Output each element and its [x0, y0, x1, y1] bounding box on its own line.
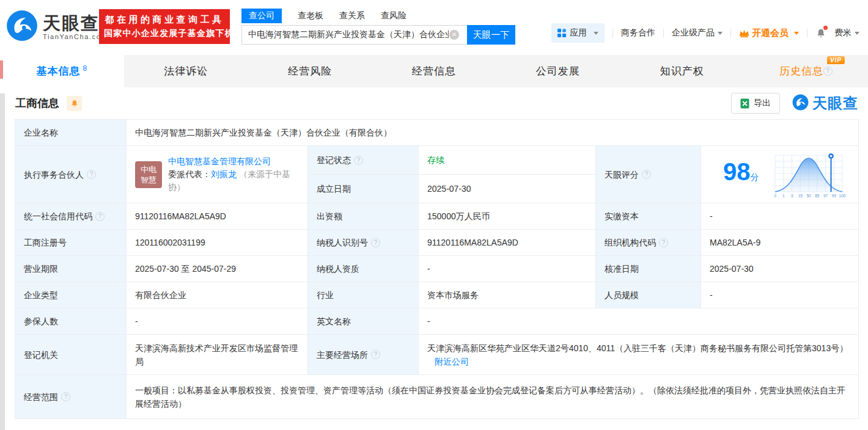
taxpayer-quality-label: 纳税人资质 [308, 256, 419, 282]
search-button[interactable]: 天眼一下 [467, 25, 515, 45]
tab-operation-info[interactable]: 经营信息 [372, 55, 496, 87]
value-text: 天津滨海高新区华苑产业区华天道2号4010、4011（入驻三千客（天津）商务秘书… [427, 343, 848, 353]
value-text: 91120116MA82LA5A9D [427, 236, 518, 249]
search-tab-company[interactable]: 查公司 [241, 9, 282, 23]
approval-date-label: 核准日期 [596, 256, 701, 282]
tab-operation-risk[interactable]: 经营风险 [248, 55, 372, 87]
business-term-label: 营业期限 [15, 256, 127, 282]
score-distribution-chart: 0 1 3 15 50 85 97 99 100 [773, 150, 847, 199]
company-name-value: 中电海河智慧二期新兴产业投资基金（天津）合伙企业（有限合伙） [127, 120, 858, 145]
apps-grid-icon [557, 29, 566, 37]
paid-capital-value: - [701, 203, 858, 229]
representative-label: 委派代表： [168, 169, 211, 179]
chevron-down-icon [855, 32, 859, 35]
help-icon[interactable] [95, 212, 105, 221]
search-tab-relation[interactable]: 查关系 [339, 9, 365, 23]
tab-history-info[interactable]: VIP 历史信息 [744, 55, 868, 87]
value-text: 天津滨海高新技术产业开发区市场监督管理局 [135, 341, 299, 368]
label-text: 企业类型 [24, 288, 58, 302]
nearby-companies-link[interactable]: 附近公司 [435, 357, 469, 366]
tab-intellectual-property[interactable]: 知识产权 [620, 55, 744, 87]
search-tab-risk[interactable]: 查风险 [381, 9, 406, 23]
partner-label: 执行事务合伙人 [15, 146, 127, 203]
section-header: 工商信息 导出 天眼查 [0, 87, 868, 119]
left-scrollbar-thumb[interactable] [0, 60, 3, 79]
label-text: 执行事务合伙人 [24, 168, 84, 181]
search-input[interactable] [241, 25, 467, 45]
tianyancha-logo-icon [792, 94, 809, 113]
est-date-label: 成立日期 [308, 175, 419, 203]
row-company-name: 企业名称 中电海河智慧二期新兴产业投资基金（天津）合伙企业（有限合伙） [15, 120, 858, 146]
chevron-down-icon [718, 32, 723, 35]
tianyancha-logo[interactable]: 天眼查 TianYanCha.com [6, 10, 108, 44]
industry-label: 行业 [308, 282, 419, 308]
score-unit: 分 [751, 172, 759, 182]
monitor-bell-button[interactable] [67, 96, 82, 111]
status-badge: 存续 [427, 153, 444, 167]
help-icon[interactable] [87, 170, 96, 179]
credit-code-value: 91120116MA82LA5A9D [127, 203, 308, 229]
business-address-label: 主要经营场所 [308, 335, 419, 374]
score-axis-tick: 99 [832, 194, 837, 198]
open-vip-button[interactable]: 开通会员 [739, 27, 799, 39]
capital-label: 出资额 [308, 203, 419, 229]
tab-label: 历史信息 [779, 64, 823, 78]
tab-label: 经营信息 [412, 64, 456, 78]
crown-icon [739, 29, 749, 38]
help-icon[interactable] [371, 350, 380, 359]
score-axis-tick: 0 [774, 194, 776, 198]
help-icon[interactable] [354, 156, 363, 165]
tab-basic-info[interactable]: 基本信息 8 [0, 55, 124, 87]
promo-line1: 都在用的商业查询工具 [104, 14, 225, 26]
row-company-type: 企业类型 有限合伙企业 行业 资本市场服务 人员规模 - [15, 282, 858, 308]
label-text: 出资额 [317, 210, 342, 223]
search-row: 天眼一下 [241, 25, 515, 45]
reg-status-value: 存续 [419, 146, 596, 175]
nav-enterprise[interactable]: 企业级产品 [672, 27, 723, 38]
paid-capital-label: 实缴资本 [596, 203, 701, 229]
apps-menu[interactable]: 应用 [551, 23, 605, 43]
partner-avatar[interactable]: 中电 智慧 [135, 161, 162, 188]
value-text: - [710, 288, 713, 302]
clear-search-icon[interactable] [449, 30, 459, 40]
company-type-label: 企业类型 [15, 282, 127, 308]
est-date-value: 2025-07-30 [419, 175, 596, 203]
row-reg-authority: 登记机关 天津滨海高新技术产业开发区市场监督管理局 主要经营场所 天津滨海高新区… [15, 335, 858, 375]
score-axis-tick: 15 [798, 194, 803, 198]
label-text: 经营范围 [24, 390, 58, 404]
partner-company-link[interactable]: 中电智慧基金管理有限公司 [168, 156, 271, 166]
export-button[interactable]: 导出 [731, 93, 780, 114]
english-name-label: 英文名称 [308, 308, 419, 334]
help-icon[interactable] [61, 392, 70, 401]
score-axis-tick: 50 [806, 194, 811, 198]
label-text: 统一社会信用代码 [24, 210, 92, 223]
reg-authority-label: 登记机关 [15, 335, 127, 374]
label-text: 核准日期 [605, 262, 639, 275]
search-tab-boss[interactable]: 查老板 [298, 9, 323, 23]
tab-company-development[interactable]: 公司发展 [496, 55, 620, 87]
tab-legal[interactable]: 法律诉讼 [124, 55, 248, 87]
tab-label: 经营风险 [288, 64, 332, 78]
label-text: 工商注册号 [24, 236, 67, 249]
user-menu[interactable]: 费米 [834, 27, 859, 38]
label-text: 人员规模 [605, 288, 639, 302]
label-text: 组织机构代码 [605, 236, 656, 249]
representative-link[interactable]: 刘振龙 [211, 169, 237, 179]
help-icon[interactable] [659, 238, 668, 247]
label-text: 登记状态 [317, 153, 351, 167]
nav-cooperation[interactable]: 商务合作 [621, 27, 655, 38]
export-label: 导出 [754, 98, 771, 109]
avatar-text: 中电 [135, 164, 162, 175]
help-icon[interactable] [371, 238, 380, 247]
capital-value: 150000万人民币 [419, 203, 596, 229]
score-value: 98分 [701, 146, 858, 203]
credit-code-label: 统一社会信用代码 [15, 203, 127, 229]
logo-subtitle: TianYanCha.com [43, 33, 108, 40]
label-text: 纳税人资质 [317, 262, 359, 275]
help-icon[interactable] [823, 67, 833, 76]
help-icon[interactable] [642, 170, 651, 179]
value-text: - [427, 262, 430, 275]
value-text: 资本市场服务 [427, 288, 479, 302]
taxpayer-id-label: 纳税人识别号 [308, 230, 419, 255]
notification-bell[interactable] [815, 27, 826, 39]
